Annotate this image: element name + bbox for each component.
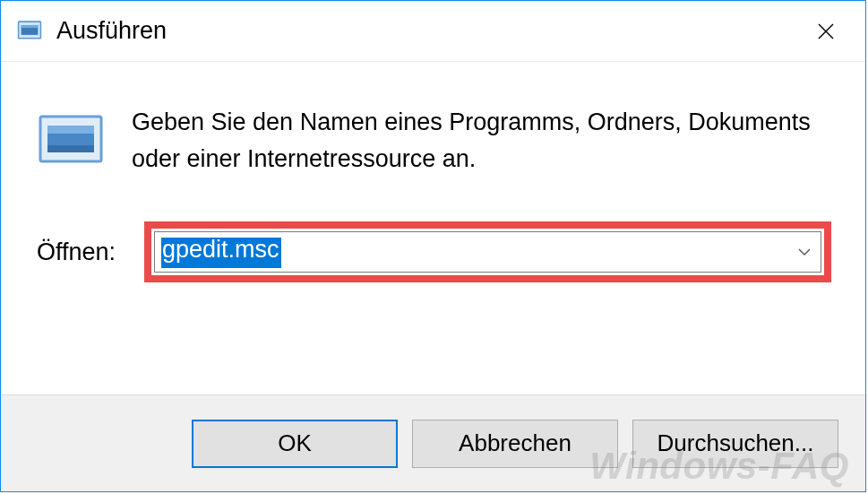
svg-rect-2 — [21, 25, 39, 28]
svg-rect-7 — [47, 126, 94, 134]
ok-button[interactable]: OK — [192, 420, 398, 468]
open-input-value[interactable]: gpedit.msc — [162, 236, 279, 264]
chevron-down-icon[interactable] — [788, 232, 821, 272]
run-dialog: Ausführen Geben Sie den Namen eines Prog… — [0, 0, 866, 492]
open-label: Öffnen: — [37, 238, 144, 266]
close-button[interactable] — [799, 9, 853, 54]
cancel-button[interactable]: Abbrechen — [412, 420, 618, 468]
button-bar: OK Abbrechen Durchsuchen... — [1, 394, 865, 491]
info-text: Geben Sie den Namen eines Programms, Ord… — [132, 102, 831, 177]
titlebar[interactable]: Ausführen — [1, 1, 865, 62]
input-highlight-box: gpedit.msc — [144, 221, 831, 282]
dialog-body: Geben Sie den Namen eines Programms, Ord… — [1, 62, 865, 394]
run-titlebar-icon — [13, 15, 46, 48]
run-icon — [35, 102, 107, 174]
dialog-title: Ausführen — [56, 17, 799, 45]
open-combobox[interactable]: gpedit.msc — [154, 231, 821, 273]
svg-rect-8 — [47, 145, 94, 152]
browse-button[interactable]: Durchsuchen... — [632, 420, 838, 468]
